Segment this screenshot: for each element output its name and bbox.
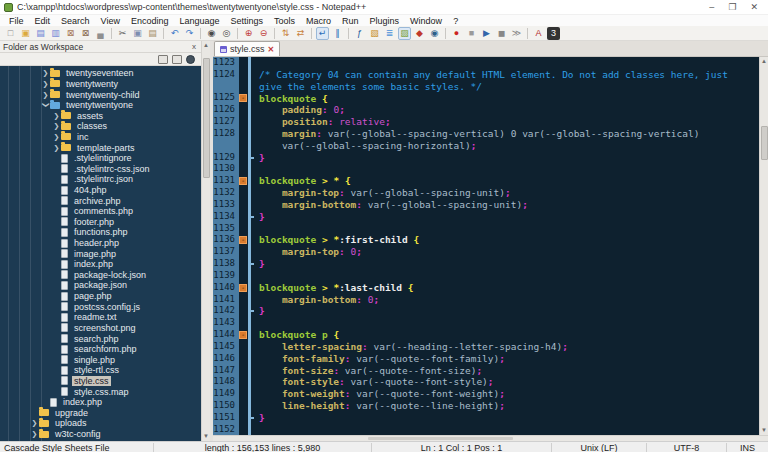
editor-hscrollbar-thumb[interactable] xyxy=(368,437,512,440)
tree-scrollbar-thumb[interactable] xyxy=(203,58,210,178)
fold-collapse-icon[interactable]: - xyxy=(239,236,247,244)
menu-language[interactable]: Language xyxy=(174,16,224,26)
zoom-in-icon[interactable]: ⊕ xyxy=(242,27,255,40)
menu-window[interactable]: Window xyxy=(405,16,447,26)
fold-margin[interactable]: - xyxy=(239,175,254,187)
editor-horizontal-scrollbar[interactable] xyxy=(213,435,768,441)
chevron-collapsed-icon[interactable]: ❯ xyxy=(52,133,61,141)
macro-stop-icon[interactable]: ■ xyxy=(465,27,478,40)
minimize-button[interactable]: – xyxy=(709,2,714,12)
show-indent-guide-icon[interactable]: ∥ xyxy=(331,27,344,40)
zoom-out-icon[interactable]: ⊖ xyxy=(257,27,270,40)
open-file-icon[interactable]: ▣ xyxy=(19,27,32,40)
replace-icon[interactable]: ◎ xyxy=(220,27,233,40)
scroll-up-icon[interactable]: ▲ xyxy=(760,57,768,66)
menu-macro[interactable]: Macro xyxy=(301,16,336,26)
panel-close-icon[interactable]: x xyxy=(190,42,198,51)
macro-record-icon[interactable]: ● xyxy=(450,27,463,40)
code-line-1132[interactable]: 1132 margin-top: var(--global--spacing-u… xyxy=(213,187,759,199)
word-wrap-icon[interactable]: ↵ xyxy=(316,27,329,40)
chevron-collapsed-icon[interactable]: ❯ xyxy=(52,122,61,130)
code-line-1142[interactable]: 1142} xyxy=(213,305,759,317)
menu-tools[interactable]: Tools xyxy=(269,16,300,26)
status-insert-mode[interactable]: INS xyxy=(726,443,768,452)
scroll-down-icon[interactable]: ▼ xyxy=(760,426,768,435)
chevron-collapsed-icon[interactable]: ❯ xyxy=(41,69,50,77)
code-line-1130[interactable]: 1130 xyxy=(213,163,759,175)
print-icon[interactable]: ▄ xyxy=(94,27,107,40)
new-file-icon[interactable]: □ xyxy=(4,27,17,40)
expand-all-icon[interactable] xyxy=(158,55,168,64)
locate-current-file-icon[interactable] xyxy=(186,55,195,64)
code-line-1136[interactable]: 1136-blockquote > *:first-child { xyxy=(213,234,759,246)
code-line-wrap[interactable]: var(--global--spacing-horizontal); xyxy=(213,140,759,152)
code-line-wrap[interactable]: give the elements some basic styles. */ xyxy=(213,81,759,93)
find-icon[interactable]: ◉ xyxy=(205,27,218,40)
code-line-1137[interactable]: 1137 margin-top: 0; xyxy=(213,246,759,258)
menu-plugins[interactable]: Plugins xyxy=(365,16,405,26)
status-eol-format[interactable]: Unix (LF) xyxy=(551,443,646,452)
code-line-1149[interactable]: 1149 font-weight: var(--quote--font-weig… xyxy=(213,388,759,400)
sync-horizontal-icon[interactable]: ⇄ xyxy=(294,27,307,40)
code-line-1127[interactable]: 1127 position: relative; xyxy=(213,116,759,128)
document-map-icon[interactable]: ▧ xyxy=(368,27,381,40)
tree-vertical-scrollbar[interactable]: ▲ ▼ xyxy=(201,41,210,441)
restore-button[interactable]: ❐ xyxy=(728,2,736,12)
code-line-1141[interactable]: 1141 margin-bottom: 0; xyxy=(213,294,759,306)
spell-check-icon[interactable]: A xyxy=(532,27,545,40)
chevron-collapsed-icon[interactable]: ❯ xyxy=(52,112,61,120)
macro-save-icon[interactable]: ◼ xyxy=(495,27,508,40)
chevron-collapsed-icon[interactable]: ❯ xyxy=(41,91,50,99)
fold-margin[interactable]: - xyxy=(239,329,254,341)
folder-as-workspace-icon[interactable]: ▨ xyxy=(398,27,411,40)
document-list-icon[interactable]: ≣ xyxy=(383,27,396,40)
code-line-1124[interactable]: 1124/* Category 04 can contain any defau… xyxy=(213,69,759,81)
collapse-all-icon[interactable] xyxy=(172,55,182,64)
menu-file[interactable]: File xyxy=(4,16,29,26)
menu-settings[interactable]: Settings xyxy=(226,16,269,26)
undo-icon[interactable]: ↶ xyxy=(168,27,181,40)
code-line-1146[interactable]: 1146 font-family: var(--quote--font-fami… xyxy=(213,353,759,365)
menu-run[interactable]: Run xyxy=(337,16,364,26)
code-line-1133[interactable]: 1133 margin-bottom: var(--global--spacin… xyxy=(213,199,759,211)
menu-edit[interactable]: Edit xyxy=(30,16,56,26)
close-button[interactable]: ✕ xyxy=(750,2,758,12)
menu-view[interactable]: View xyxy=(96,16,125,26)
monitoring-eye-icon[interactable]: ◉ xyxy=(428,27,441,40)
copy-icon[interactable]: ▣ xyxy=(131,27,144,40)
chevron-expanded-icon[interactable]: ❯ xyxy=(42,101,50,110)
tab-style-css[interactable]: style.css ✕ xyxy=(214,41,280,56)
editor-vertical-scrollbar[interactable]: ▲ ▼ xyxy=(759,57,768,435)
sync-vertical-icon[interactable]: ⇅ xyxy=(279,27,292,40)
code-line-1123[interactable]: 1123 xyxy=(213,57,759,69)
chevron-collapsed-icon[interactable]: ❯ xyxy=(52,144,61,152)
editor-scrollbar-thumb[interactable] xyxy=(761,126,768,160)
fold-collapse-icon[interactable]: - xyxy=(239,94,247,102)
close-all-icon[interactable]: ⊠ xyxy=(79,27,92,40)
code-line-1144[interactable]: 1144-blockquote p { xyxy=(213,329,759,341)
fold-margin[interactable]: - xyxy=(239,234,254,246)
chevron-collapsed-icon[interactable]: ❯ xyxy=(30,430,39,438)
code-line-1148[interactable]: 1148 font-style: var(--quote--font-style… xyxy=(213,376,759,388)
code-line-1125[interactable]: 1125-blockquote { xyxy=(213,92,759,104)
save-all-icon[interactable]: ▥ xyxy=(49,27,62,40)
code-line-1145[interactable]: 1145 letter-spacing: var(--heading--lett… xyxy=(213,341,759,353)
function-list-icon[interactable]: ƒ xyxy=(353,27,366,40)
code-line-1150[interactable]: 1150 line-height: var(--quote--line-heig… xyxy=(213,400,759,412)
code-line-1138[interactable]: 1138} xyxy=(213,258,759,270)
chevron-collapsed-icon[interactable]: ❯ xyxy=(30,419,39,427)
code-line-1140[interactable]: 1140-blockquote > *:last-child { xyxy=(213,282,759,294)
code-line-1134[interactable]: 1134} xyxy=(213,211,759,223)
plugin-3-icon[interactable]: 3 xyxy=(547,27,560,40)
status-encoding[interactable]: UTF-8 xyxy=(646,443,726,452)
code-line-1126[interactable]: 1126 padding: 0; xyxy=(213,104,759,116)
close-file-icon[interactable]: ⊠ xyxy=(64,27,77,40)
fold-collapse-icon[interactable]: - xyxy=(239,331,247,339)
menu-[interactable]: ? xyxy=(448,16,463,26)
code-line-1129[interactable]: 1129} xyxy=(213,152,759,164)
cut-icon[interactable]: ✂ xyxy=(116,27,129,40)
code-editor[interactable]: 11231124/* Category 04 can contain any d… xyxy=(213,57,768,435)
menu-search[interactable]: Search xyxy=(56,16,95,26)
plugin-panel-icon[interactable]: ◆ xyxy=(413,27,426,40)
code-line-1131[interactable]: 1131-blockquote > * { xyxy=(213,175,759,187)
